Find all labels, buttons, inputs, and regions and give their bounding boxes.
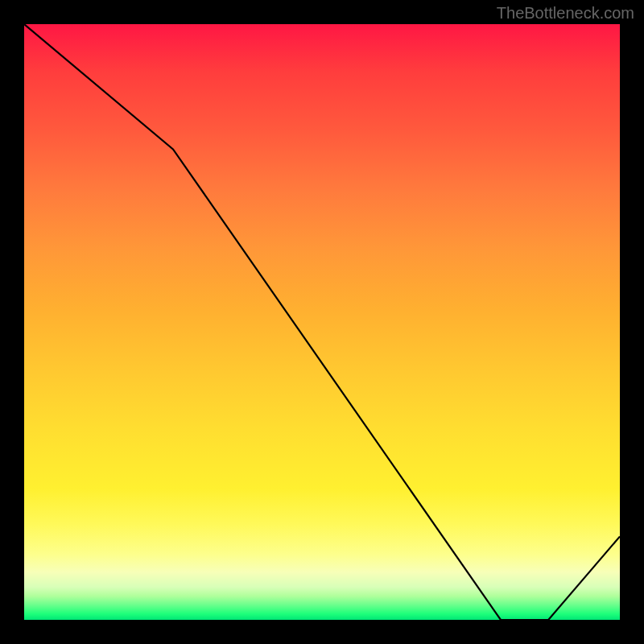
bottleneck-curve-path — [24, 24, 620, 620]
watermark-text: TheBottleneck.com — [497, 4, 634, 23]
chart-line-svg — [24, 24, 620, 620]
chart-plot-area — [24, 24, 620, 620]
